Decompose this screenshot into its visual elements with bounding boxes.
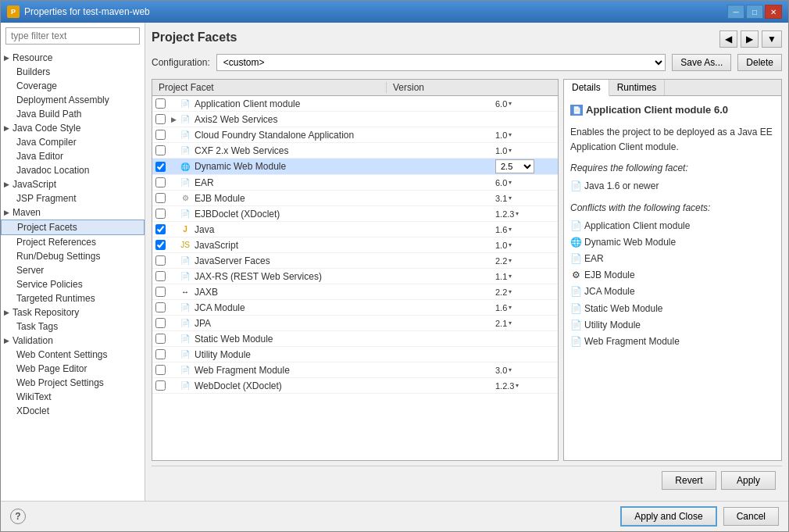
facet-icon: 📄 [179, 98, 191, 109]
version-arrow-icon[interactable]: ▾ [509, 131, 512, 138]
filter-input[interactable] [5, 27, 140, 45]
table-row: ⚙ EJB Module 3.1 ▾ [152, 191, 558, 206]
tab-runtimes[interactable]: Runtimes [609, 80, 666, 95]
version-select-dynamic-web[interactable]: 2.5 3.0 3.1 [495, 159, 534, 173]
sidebar-item-task-tags[interactable]: Task Tags [1, 320, 145, 334]
revert-button[interactable]: Revert [662, 471, 716, 490]
apply-and-close-button[interactable]: Apply and Close [620, 506, 716, 527]
sidebar-item-run-debug[interactable]: Run/Debug Settings [1, 249, 145, 263]
nav-back-button[interactable]: ◀ [719, 30, 737, 48]
sidebar-item-resource[interactable]: ▶ Resource [1, 51, 145, 65]
sidebar-item-java-build-path[interactable]: Java Build Path [1, 107, 145, 121]
facet-icon: 🌐 [179, 161, 191, 172]
nav-menu-button[interactable]: ▼ [762, 30, 782, 48]
save-as-button[interactable]: Save As... [672, 54, 731, 71]
sidebar-item-web-project-settings[interactable]: Web Project Settings [1, 376, 145, 390]
sidebar-item-maven[interactable]: ▶ Maven [1, 205, 145, 220]
delete-button[interactable]: Delete [737, 54, 782, 71]
minimize-button[interactable]: ─ [727, 5, 744, 19]
version-arrow-icon[interactable]: ▾ [509, 100, 512, 107]
version-arrow-icon[interactable]: ▾ [509, 366, 512, 373]
version-arrow-icon[interactable]: ▾ [509, 147, 512, 154]
table-row: 📄 JAX-RS (REST Web Services) 1.1 ▾ [152, 269, 558, 284]
sidebar-item-javascript[interactable]: ▶ JavaScript [1, 177, 145, 191]
version-arrow-icon[interactable]: ▾ [509, 273, 512, 280]
facet-name: WebDoclet (XDoclet) [195, 380, 495, 391]
facet-name: CXF 2.x Web Services [195, 145, 495, 156]
sidebar-item-javadoc-location[interactable]: Javadoc Location [1, 163, 145, 177]
facet-icon: 📄 [179, 114, 191, 125]
details-description: Enables the project to be deployed as a … [570, 125, 775, 155]
facet-name: Java [195, 224, 495, 235]
sidebar-item-java-compiler[interactable]: Java Compiler [1, 135, 145, 149]
window-icon: P [7, 5, 20, 18]
sidebar-item-jsp-fragment[interactable]: JSP Fragment [1, 191, 145, 205]
facet-name: JCA Module [195, 302, 495, 313]
version-arrow-icon[interactable]: ▾ [509, 288, 512, 295]
facet-checkbox-app-client[interactable] [152, 98, 168, 109]
facet-icon: 📄 [179, 334, 191, 345]
sidebar-item-project-facets[interactable]: Project Facets [1, 220, 145, 235]
close-button[interactable]: ✕ [765, 5, 782, 19]
details-title-icon: 📄 [570, 105, 583, 116]
facets-table: Project Facet Version 📄 Application Clie… [152, 79, 559, 461]
sidebar: ▶ Resource Builders Coverage Deployment … [1, 23, 145, 501]
version-arrow-icon[interactable]: ▾ [509, 257, 512, 264]
version-arrow-icon[interactable]: ▾ [509, 320, 512, 327]
sidebar-item-targeted-runtimes[interactable]: Targeted Runtimes [1, 291, 145, 305]
main-content: ▶ Resource Builders Coverage Deployment … [1, 23, 788, 501]
sidebar-item-deployment-assembly[interactable]: Deployment Assembly [1, 93, 145, 107]
version-arrow-icon[interactable]: ▾ [516, 382, 519, 389]
facet-icon: 📄 [179, 318, 191, 329]
version-arrow-icon[interactable]: ▾ [509, 195, 512, 202]
sidebar-item-java-editor[interactable]: Java Editor [1, 149, 145, 163]
sidebar-item-coverage[interactable]: Coverage [1, 79, 145, 93]
table-row: 📄 EAR 6.0 ▾ [152, 175, 558, 191]
facet-icon: ↔ [179, 287, 191, 298]
help-button[interactable]: ? [10, 509, 26, 524]
cancel-button[interactable]: Cancel [723, 507, 779, 526]
facet-name: JPA [195, 318, 495, 329]
facet-icon: 📄 [179, 145, 191, 156]
version-arrow-icon[interactable]: ▾ [509, 179, 512, 186]
facet-icon: 📄 [179, 177, 191, 188]
table-row: J Java 1.6 ▾ [152, 222, 558, 237]
nav-forward-button[interactable]: ▶ [741, 30, 759, 48]
sidebar-item-server[interactable]: Server [1, 263, 145, 277]
sidebar-item-builders[interactable]: Builders [1, 65, 145, 79]
conflict-icon: ⚙ [570, 271, 581, 280]
details-requires-item: 📄 Java 1.6 or newer [570, 179, 775, 194]
sidebar-item-web-content-settings[interactable]: Web Content Settings [1, 348, 145, 362]
conflict-icon: 📄 [570, 304, 581, 313]
facet-name: EAR [195, 177, 495, 188]
tab-details[interactable]: Details [564, 80, 609, 96]
details-conflict-item: ⚙ EJB Module [570, 268, 775, 283]
conflict-text: Web Fragment Module [584, 334, 680, 349]
conflict-text: EAR [584, 252, 604, 266]
sidebar-item-wikitext[interactable]: WikiText [1, 390, 145, 404]
version-arrow-icon[interactable]: ▾ [509, 241, 512, 248]
table-body: 📄 Application Client module 6.0 ▾ ▶ 📄 [152, 96, 558, 460]
facet-name: EJB Module [195, 193, 495, 204]
sidebar-item-validation[interactable]: ▶ Validation [1, 334, 145, 348]
sidebar-item-web-page-editor[interactable]: Web Page Editor [1, 362, 145, 376]
details-conflict-item: 📄 Utility Module [570, 318, 775, 333]
version-arrow-icon[interactable]: ▾ [509, 226, 512, 233]
maximize-button[interactable]: □ [746, 5, 763, 19]
sidebar-item-service-policies[interactable]: Service Policies [1, 277, 145, 291]
sidebar-item-java-code-style[interactable]: ▶ Java Code Style [1, 121, 145, 135]
version-arrow-icon[interactable]: ▾ [509, 304, 512, 311]
details-conflict-item: 📄 Application Client module [570, 219, 775, 234]
sidebar-item-project-references[interactable]: Project References [1, 235, 145, 249]
footer-bar: ? Apply and Close Cancel [1, 501, 788, 531]
arrow-icon: ▶ [4, 180, 9, 188]
sidebar-item-xdoclet[interactable]: XDoclet [1, 404, 145, 418]
col-facet-header: Project Facet [152, 82, 387, 93]
details-conflicts-label: Conflicts with the following facets: [570, 201, 775, 216]
sidebar-item-task-repository[interactable]: ▶ Task Repository [1, 305, 145, 320]
version-arrow-icon[interactable]: ▾ [516, 210, 519, 217]
apply-button[interactable]: Apply [721, 471, 776, 490]
table-row: 📄 WebDoclet (XDoclet) 1.2.3 ▾ [152, 378, 558, 394]
config-row: Configuration: <custom> Save As... Delet… [152, 54, 782, 71]
config-select[interactable]: <custom> [216, 54, 666, 71]
